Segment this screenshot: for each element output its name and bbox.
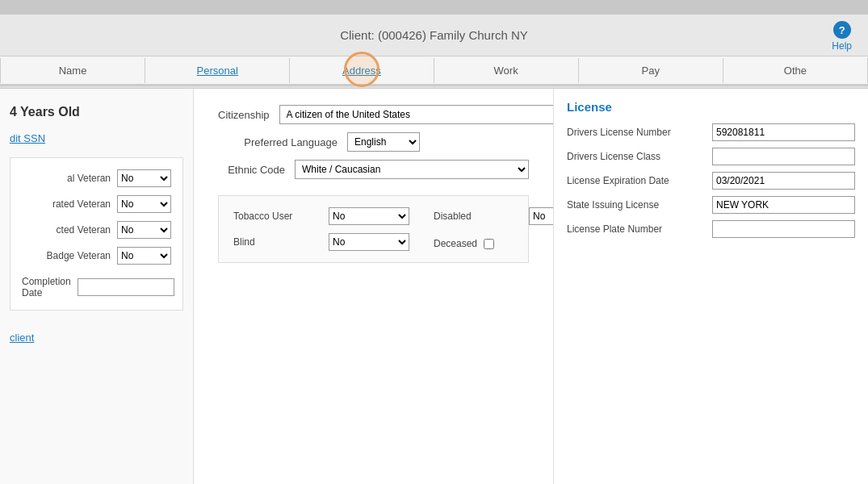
tab-work[interactable]: Work	[434, 58, 579, 83]
completion-date-input[interactable]	[78, 278, 174, 296]
tab-other[interactable]: Othe	[723, 58, 868, 83]
tab-name[interactable]: Name	[0, 58, 145, 83]
citizenship-row: Citizenship A citizen of the United Stat…	[218, 105, 529, 124]
completion-date-label: Completion Date	[22, 276, 71, 298]
help-label: Help	[832, 40, 852, 52]
tab-address[interactable]: Address	[290, 58, 434, 83]
veteran-row-2: cted Veteran NoYes	[22, 221, 171, 239]
ethnic-row: Ethnic Code White / Caucasian African Am…	[218, 160, 529, 179]
plate-number-row: License Plate Number	[567, 220, 855, 238]
veteran-row-1: rated Veteran NoYes	[22, 195, 171, 213]
license-class-label: Drivers License Class	[567, 151, 712, 162]
help-button[interactable]: ? Help	[832, 21, 852, 52]
language-label: Preferred Language	[218, 136, 347, 148]
blind-label: Blind	[233, 236, 322, 248]
ethnic-label: Ethnic Code	[218, 164, 295, 176]
disabled-label: Disabled	[434, 211, 522, 222]
top-bar	[0, 0, 868, 15]
veteran-select-3[interactable]: NoYes	[117, 247, 171, 265]
deceased-checkbox[interactable]	[484, 239, 494, 249]
ethnic-value: White / Caucasian African American Hispa…	[295, 160, 529, 179]
disabled-select[interactable]: NoYes	[529, 207, 553, 225]
edit-ssn-link[interactable]: dit SSN	[10, 132, 183, 144]
flags-grid: Tobacco User NoYes Disabled NoYes Blind …	[233, 207, 514, 251]
language-row: Preferred Language English Spanish Frenc…	[218, 132, 529, 152]
license-number-input[interactable]	[712, 123, 855, 141]
veteran-label-3: Badge Veteran	[22, 250, 111, 261]
state-issuing-row: State Issuing License	[567, 196, 855, 214]
flags-section: Tobacco User NoYes Disabled NoYes Blind …	[218, 195, 529, 263]
citizenship-select[interactable]: A citizen of the United States Non-citiz…	[279, 105, 553, 124]
license-panel: License Drivers License Number Drivers L…	[553, 89, 868, 484]
license-class-input[interactable]	[712, 148, 855, 165]
completion-date-row: Completion Date	[22, 276, 171, 298]
help-icon: ?	[833, 21, 851, 39]
license-expiry-input[interactable]	[712, 172, 855, 190]
main-content: 4 Years Old dit SSN al Veteran NoYes rat…	[0, 89, 868, 484]
veteran-select-0[interactable]: NoYes	[117, 169, 171, 187]
tab-pay[interactable]: Pay	[579, 58, 723, 83]
plate-number-label: License Plate Number	[567, 223, 712, 235]
license-title: License	[567, 100, 855, 114]
years-old-label: 4 Years Old	[10, 105, 183, 119]
license-expiry-label: License Expiration Date	[567, 175, 712, 186]
client-title: Client: (000426) Family Church NY	[340, 28, 528, 42]
veteran-label-0: al Veteran	[22, 173, 111, 184]
license-expiry-row: License Expiration Date	[567, 172, 855, 190]
header: Client: (000426) Family Church NY ? Help	[0, 15, 868, 56]
tab-address-wrapper: Address	[290, 58, 434, 83]
veteran-select-1[interactable]: NoYes	[117, 195, 171, 213]
license-number-label: Drivers License Number	[567, 127, 712, 138]
personal-fields: Citizenship A citizen of the United Stat…	[218, 105, 529, 179]
disabled-row: Disabled NoYes	[434, 207, 553, 225]
left-panel: 4 Years Old dit SSN al Veteran NoYes rat…	[0, 89, 194, 484]
language-select[interactable]: English Spanish French Other	[347, 132, 420, 152]
blind-row: Blind NoYes	[233, 233, 409, 251]
license-number-row: Drivers License Number	[567, 123, 855, 141]
blind-select[interactable]: NoYes	[329, 233, 409, 251]
veteran-section: al Veteran NoYes rated Veteran NoYes cte…	[10, 157, 183, 311]
plate-number-input[interactable]	[712, 220, 855, 238]
veteran-select-2[interactable]: NoYes	[117, 221, 171, 239]
veteran-row-3: Badge Veteran NoYes	[22, 247, 171, 265]
citizenship-value: A citizen of the United States Non-citiz…	[279, 105, 553, 124]
nav-tabs: Name Personal Address Work Pay Othe	[0, 56, 868, 86]
client-link[interactable]: client	[10, 332, 183, 344]
deceased-row: Deceased	[434, 236, 553, 251]
language-value: English Spanish French Other	[347, 132, 420, 152]
veteran-row-0: al Veteran NoYes	[22, 169, 171, 187]
ethnic-select[interactable]: White / Caucasian African American Hispa…	[295, 160, 529, 179]
tobacco-row: Tobacco User NoYes	[233, 207, 409, 225]
citizenship-label: Citizenship	[218, 109, 279, 121]
license-class-row: Drivers License Class	[567, 148, 855, 165]
tobacco-label: Tobacco User	[233, 211, 322, 222]
tobacco-select[interactable]: NoYes	[329, 207, 409, 225]
state-issuing-input[interactable]	[712, 196, 855, 214]
center-area: Citizenship A citizen of the United Stat…	[194, 89, 553, 484]
deceased-label: Deceased	[434, 238, 477, 249]
veteran-label-1: rated Veteran	[22, 198, 111, 210]
state-issuing-label: State Issuing License	[567, 199, 712, 211]
tab-personal[interactable]: Personal	[145, 58, 290, 83]
veteran-label-2: cted Veteran	[22, 224, 111, 236]
